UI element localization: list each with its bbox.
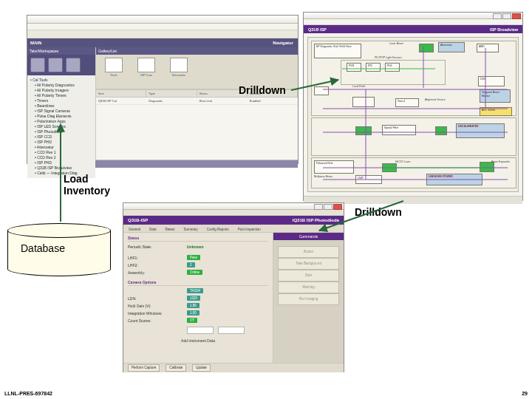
kv-key: Integration Windows:: [128, 311, 183, 316]
win2-menu[interactable]: [304, 19, 522, 25]
kv-key: Count Scores:: [128, 318, 183, 323]
tree-item[interactable]: • All Polarity Timers: [30, 93, 92, 98]
tree-item[interactable]: • Polarization Apps: [30, 119, 92, 124]
table-cell: Q31B ISP Cal: [96, 98, 146, 104]
tree-item[interactable]: • Pulse Diag Elements: [30, 114, 92, 119]
tree-item[interactable]: • Attenuator: [30, 145, 92, 150]
win3-titlebar[interactable]: [123, 203, 344, 210]
section-header: Camera Options: [128, 280, 268, 286]
navigator-tree[interactable]: • Cal Tools• All Polarity Diagnostics• A…: [27, 75, 95, 178]
tab[interactable]: Data: [147, 227, 159, 232]
close-button[interactable]: [512, 13, 521, 19]
kv-key: Hold Gain (V):: [128, 304, 183, 308]
tree-item[interactable]: • ISP PHD: [30, 140, 92, 145]
tab[interactable]: Config Reports: [205, 227, 231, 232]
tree-item[interactable]: • ISP CCD: [30, 134, 92, 140]
database-cylinder: Database: [7, 223, 109, 276]
win1-tray: [27, 55, 95, 75]
win3-menu[interactable]: [123, 210, 344, 216]
tree-item[interactable]: • CCD Res 2: [30, 155, 92, 160]
kv-value: 1325: [187, 296, 200, 301]
footer-page-number: 29: [522, 391, 528, 396]
win1-table: ItemTypeStatusLocation Q31B ISP CalDiagn…: [96, 89, 298, 160]
footer-doc-id: LLNL-PRES-697842: [4, 391, 52, 396]
dropdown[interactable]: [187, 327, 214, 334]
footer-button[interactable]: Calibrate: [166, 364, 186, 372]
minimize-button[interactable]: [493, 13, 502, 19]
command-button[interactable]: Take Background: [278, 258, 339, 270]
tree-item[interactable]: • ISP PHD: [30, 160, 92, 166]
label-load-inventory: Load Inventory: [64, 173, 110, 197]
win2-titlebar[interactable]: [304, 13, 522, 19]
kv-value: 1.00: [187, 310, 200, 316]
footer-button[interactable]: Perform Capture: [128, 364, 160, 372]
command-button[interactable]: Run Imaging: [278, 293, 339, 305]
database-label: Database: [7, 242, 109, 254]
win2-title-right: ISP Broadview: [490, 27, 518, 32]
minimize-button[interactable]: [314, 204, 323, 210]
kv-value: OT: [187, 318, 197, 323]
tree-item[interactable]: • ISP LED Screens: [30, 124, 92, 129]
win1-toolbar[interactable]: [27, 30, 298, 38]
win3-tabs: GeneralDataRetestSummaryConfig ReportsPo…: [123, 225, 344, 233]
tab[interactable]: Post-Inspection: [236, 227, 263, 232]
command-button[interactable]: Button: [278, 246, 339, 258]
label-drilldown-1: Drilldown: [239, 84, 286, 96]
win3-title-left: Q31B-ISP: [128, 218, 148, 222]
tree-item[interactable]: • CCD Res 1: [30, 150, 92, 155]
kv-row: Assembly:Online: [128, 269, 268, 276]
tree-item[interactable]: • All Polarity Diagnostics: [30, 83, 92, 88]
kv-row: TAG04: [128, 287, 268, 294]
maximize-button[interactable]: [324, 204, 332, 210]
table-cell: Diagnostic: [146, 98, 197, 104]
command-button[interactable]: Warning: [278, 282, 339, 293]
thumbnail[interactable]: Dock: [102, 58, 126, 86]
table-row[interactable]: Q31B ISP CalDiagnosticShort endEnabled: [96, 98, 298, 105]
section-header: Status: [128, 236, 268, 242]
win2-header: Q31B ISP ISP Broadview: [304, 25, 522, 33]
win1-right-pane: Gallery/List DockISP CamSchematic ItemTy…: [96, 47, 298, 160]
tree-item[interactable]: • All Polarity Imagers: [30, 88, 92, 93]
tab[interactable]: General: [126, 227, 143, 232]
win1-menu[interactable]: [27, 24, 298, 30]
win1-left-pane: Tabs/Workspaces • Cal Tools• All Polarit…: [27, 47, 96, 160]
kv-row: LDN:1325: [128, 295, 268, 301]
win2-title-left: Q31B ISP: [308, 27, 327, 32]
kv-key: LHF2:: [128, 263, 183, 267]
diagram-wires: [308, 38, 518, 191]
thumbnail[interactable]: ISP Cam: [134, 58, 158, 86]
win3-title-right: IQ31B ISP Photodiode: [293, 218, 339, 222]
dropdown[interactable]: [218, 327, 245, 334]
tray-button[interactable]: [48, 58, 63, 72]
win1-mainbar: MAIN Navigator: [27, 38, 298, 47]
maximize-button[interactable]: [502, 13, 511, 19]
tree-item[interactable]: • ISP Photodiode: [30, 129, 92, 134]
kv-row: LHF2:2: [128, 262, 268, 268]
kv-row: LHF1:Pass: [128, 254, 268, 261]
tray-button[interactable]: [30, 58, 45, 72]
tree-item[interactable]: • Cal Tools: [30, 78, 92, 83]
command-button[interactable]: Start: [278, 270, 339, 282]
thumbnail[interactable]: Schematic: [167, 58, 191, 86]
kv-value: 2: [187, 262, 195, 267]
kv-key: Assembly:: [128, 270, 183, 275]
win1-main-right: Navigator: [273, 38, 298, 47]
tree-item[interactable]: • Timers: [30, 98, 92, 103]
tray-button[interactable]: [66, 58, 81, 72]
win3-header: Q31B-ISP IQ31B ISP Photodiode: [123, 216, 344, 225]
broadview-diagram[interactable]: EP Diagnostic Grid: Field View Attenuato…: [307, 37, 519, 192]
broadview-window: Q31B ISP ISP Broadview EP Diagnostic Gri…: [303, 12, 523, 201]
tree-item[interactable]: • Q31B ISP Broadview: [30, 166, 92, 171]
tree-item[interactable]: • ISP Signal Cameras: [30, 109, 92, 114]
tree-item[interactable]: • Beamlines: [30, 103, 92, 109]
footer-button[interactable]: Update: [192, 364, 211, 372]
table-col-header: Type: [146, 90, 197, 97]
add-instrument-button[interactable]: Add Instrument Data: [175, 338, 221, 344]
tab[interactable]: Summary: [182, 227, 200, 232]
tab[interactable]: Retest: [163, 227, 177, 232]
close-button[interactable]: [333, 204, 342, 210]
kv-value: Online: [187, 270, 202, 275]
kv-value: 1.86: [187, 303, 200, 308]
table-cell: Enabled: [248, 98, 298, 104]
win1-titlebar[interactable]: [27, 16, 298, 24]
